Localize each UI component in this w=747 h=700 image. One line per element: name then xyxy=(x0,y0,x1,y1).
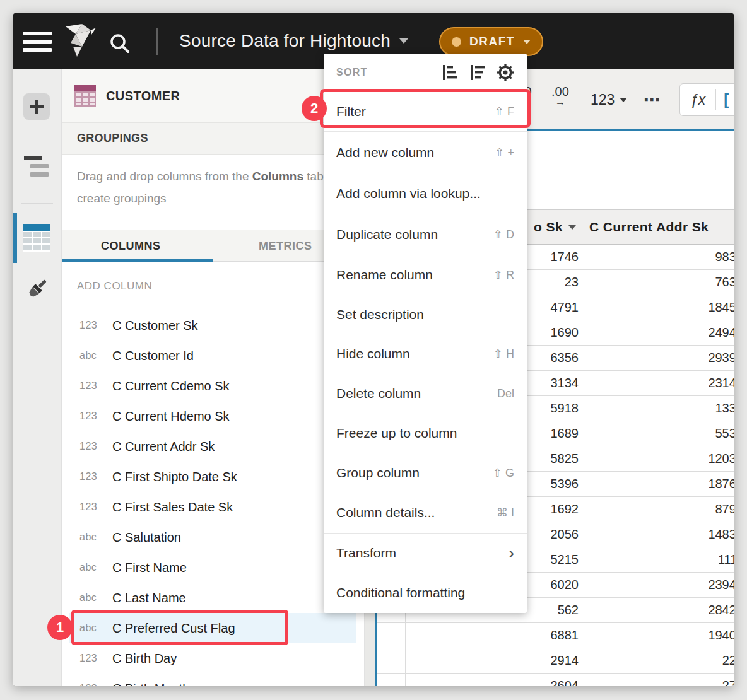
fxbox-divider xyxy=(715,89,716,110)
add-element-button[interactable] xyxy=(23,93,50,120)
search-icon[interactable] xyxy=(109,32,131,57)
menu-section: Add new column⇧ +Add column via lookup..… xyxy=(324,132,527,255)
table-cell[interactable]: 18761 xyxy=(584,472,734,496)
menu-item[interactable]: Delete columnDel xyxy=(324,374,527,414)
draft-status-badge[interactable]: DRAFT xyxy=(439,27,543,56)
table-cell[interactable]: 1339 xyxy=(584,396,734,421)
annotation-box-1 xyxy=(71,610,288,645)
menu-item-shortcut: ⇧ + xyxy=(495,146,514,160)
menu-sections: Filter⇧ FAdd new column⇧ +Add column via… xyxy=(324,91,527,613)
column-name: C First Name xyxy=(112,561,187,575)
table-row: 688119400 xyxy=(377,623,734,648)
column-type-tag: 123 xyxy=(62,501,103,513)
table-cell[interactable]: 5539 xyxy=(584,421,734,446)
menu-item[interactable]: Rename column⇧ R xyxy=(324,255,527,295)
more-options-button[interactable]: ⋯ xyxy=(644,69,661,131)
menu-item[interactable]: Hide column⇧ H xyxy=(324,334,527,374)
table-cell[interactable]: 12033 xyxy=(584,446,734,471)
groupings-header: GROUPINGS xyxy=(62,123,365,155)
column-item[interactable]: 123C Current Hdemo Sk xyxy=(62,401,365,431)
column-name: C Customer Sk xyxy=(112,318,198,333)
hamburger-menu-button[interactable] xyxy=(23,32,52,52)
table-cell[interactable]: 9833 xyxy=(584,245,734,269)
menu-item-shortcut: ⇧ G xyxy=(493,466,514,480)
column-name: C First Sales Date Sk xyxy=(112,500,233,515)
column-type-tag: 123 xyxy=(62,320,103,331)
sigma-logo-icon[interactable] xyxy=(63,23,96,61)
menu-section: Rename column⇧ RSet descriptionHide colu… xyxy=(324,255,527,453)
table-cell[interactable] xyxy=(377,648,406,673)
sort-menu-row: SORT xyxy=(324,54,527,91)
column-item[interactable]: 123C Birth Month xyxy=(62,674,365,686)
menu-item[interactable]: Group column⇧ G xyxy=(324,453,527,493)
table-cell[interactable] xyxy=(377,674,406,686)
table-cell[interactable]: 28426 xyxy=(584,598,734,622)
number-format-label: 123 xyxy=(591,91,615,108)
data-element-tab-button[interactable] xyxy=(23,224,50,254)
column-bracket-icon: [ xyxy=(724,91,729,108)
table-cell[interactable] xyxy=(377,623,406,648)
table-cell[interactable]: 29391 xyxy=(584,346,734,370)
menu-item[interactable]: Add column via lookup... xyxy=(324,173,527,214)
sort-descending-icon[interactable] xyxy=(469,64,485,81)
table-cell[interactable]: 1111 xyxy=(584,547,734,572)
column-context-menu: SORT xyxy=(324,54,527,613)
number-format-dropdown[interactable]: 123 xyxy=(591,69,627,131)
column-item[interactable]: abcC First Name xyxy=(62,552,365,583)
menu-item[interactable]: Freeze up to column xyxy=(324,413,527,453)
column-item[interactable]: 123C First Sales Date Sk xyxy=(62,492,365,522)
element-panel: CUSTOMER GROUPINGS Drag and drop columns… xyxy=(62,69,365,686)
menu-item-label: Add new column xyxy=(336,145,434,160)
format-painter-button[interactable] xyxy=(23,276,50,306)
active-tab-indicator xyxy=(13,213,17,263)
table-cell[interactable]: 23144 xyxy=(584,371,734,395)
table-cell[interactable]: 19400 xyxy=(584,623,734,648)
menu-item[interactable]: Add new column⇧ + xyxy=(324,132,527,173)
column-item[interactable]: abcC Salutation xyxy=(62,522,365,552)
menu-item[interactable]: Set description xyxy=(324,295,527,335)
table-cell[interactable]: 6881 xyxy=(406,623,584,648)
column-type-tag: abc xyxy=(62,562,103,573)
column-type-tag: 123 xyxy=(62,380,103,392)
table-cell[interactable]: 223 xyxy=(584,648,734,673)
column-header-cell[interactable]: C Current Addr Sk xyxy=(584,210,734,244)
add-column-label: ADD COLUMN xyxy=(77,280,152,293)
column-item[interactable]: 123C Current Addr Sk xyxy=(62,431,365,462)
table-cell[interactable]: 7634 xyxy=(584,270,734,295)
table-cell[interactable]: 14831 xyxy=(584,522,734,547)
menu-item[interactable]: Transform› xyxy=(324,534,527,573)
menu-item[interactable]: Conditional formatting xyxy=(324,573,527,613)
menu-item[interactable]: Column details...⌘ I xyxy=(324,493,527,533)
customer-table-icon xyxy=(74,85,96,107)
column-item[interactable]: 123C Birth Day xyxy=(62,643,365,674)
tab-metrics[interactable]: METRICS xyxy=(259,230,312,262)
table-cell[interactable]: 18459 xyxy=(584,295,734,320)
column-item[interactable]: abcC Last Name xyxy=(62,583,365,613)
menu-item-label: Set description xyxy=(336,307,424,322)
chevron-down-icon[interactable] xyxy=(568,225,576,230)
table-cell[interactable]: 24946 xyxy=(584,320,734,345)
table-cell[interactable]: 2914 xyxy=(406,648,584,673)
column-item[interactable]: abcC Customer Id xyxy=(62,341,365,371)
sort-settings-gear-icon[interactable] xyxy=(497,64,514,81)
column-item[interactable]: 123C First Shipto Date Sk xyxy=(62,462,365,492)
annotation-box-2 xyxy=(320,89,531,128)
table-cell[interactable]: 23947 xyxy=(584,573,734,597)
table-cell[interactable]: 273 xyxy=(584,674,734,686)
column-type-tag: 123 xyxy=(62,653,103,664)
formula-bar-toggle[interactable]: ƒx [ xyxy=(679,83,734,116)
table-cell[interactable]: 8791 xyxy=(584,497,734,522)
tab-columns[interactable]: COLUMNS xyxy=(101,230,161,262)
desktop-background: Source Data for Hightouch DRAFT .0 ← .00… xyxy=(0,0,747,700)
source-table-name: CUSTOMER xyxy=(106,69,180,123)
table-cell[interactable]: 2604 xyxy=(406,674,584,686)
column-item[interactable]: 123C Current Cdemo Sk xyxy=(62,371,365,401)
menu-item[interactable]: Duplicate column⇧ D xyxy=(324,214,527,255)
chevron-down-icon xyxy=(399,38,408,44)
sort-ascending-icon[interactable] xyxy=(441,64,457,81)
menu-item-label: Hide column xyxy=(336,346,410,361)
column-name: C Current Addr Sk xyxy=(112,440,215,454)
menu-section: Group column⇧ GColumn details...⌘ I xyxy=(324,453,527,533)
increase-decimal-button[interactable]: .00 → xyxy=(551,85,569,108)
column-item[interactable]: 123C Customer Sk xyxy=(62,310,365,341)
